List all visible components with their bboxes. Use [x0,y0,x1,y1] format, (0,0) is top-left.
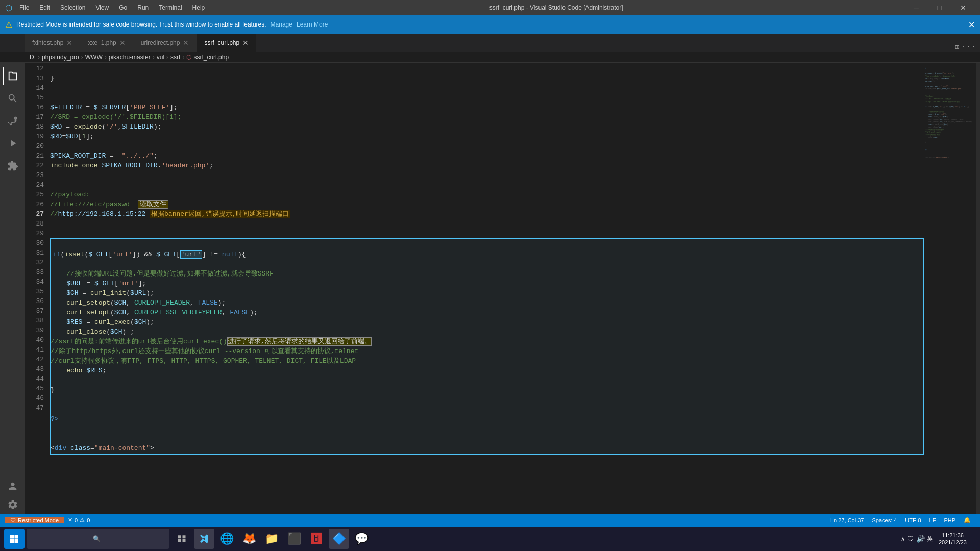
taskbar-blue-app[interactable]: 🔷 [329,529,349,549]
line-ending-status[interactable]: LF [925,517,940,523]
breadcrumb-folder3[interactable]: pikachu-master [109,54,151,61]
titlebar-left: ⬡ File Edit Selection View Go Run Termin… [5,3,208,13]
activity-extensions-icon[interactable] [3,157,21,175]
breadcrumb-file[interactable]: ⬡ ssrf_curl.php [186,54,229,61]
breadcrumb-folder5[interactable]: ssrf [170,54,180,61]
menu-view[interactable]: View [92,4,112,11]
shield-icon: 🛡 [10,517,16,523]
language-status[interactable]: PHP [940,517,960,523]
restricted-mode-label: Restricted Mode [18,517,59,523]
language-label: PHP [944,517,955,523]
menu-run[interactable]: Run [134,4,152,11]
date-display: 2021/12/23 [939,539,967,546]
task-view-btn[interactable] [172,529,192,549]
taskbar-search[interactable]: 🔍 [27,529,169,549]
activity-account-icon[interactable] [3,477,21,495]
line-ending-label: LF [929,517,936,523]
status-right: Ln 27, Col 37 Spaces: 4 UTF-8 LF PHP 🔔 [826,517,975,523]
activity-bottom-group [3,477,21,514]
tab-ssrf-curl[interactable]: ssrf_curl.php ✕ [197,34,256,52]
vscode-logo-icon: ⬡ [5,3,12,13]
more-actions-icon[interactable]: ··· [961,42,976,52]
system-tray-up-icon[interactable]: ∧ [901,536,905,542]
maximize-button[interactable]: □ [928,0,951,15]
activity-settings-icon[interactable] [3,495,21,514]
split-editor-icon[interactable]: ⊞ [955,43,959,52]
activity-bar [0,63,24,514]
menu-help[interactable]: Help [189,4,208,11]
tab-close-icon[interactable]: ✕ [242,39,249,47]
minimap: } $FILEDIR = $_SERVER['PHP_SELF']; //$RD… [924,63,980,514]
tab-label: urlredirect.php [141,39,180,46]
cursor-position-status[interactable]: Ln 27, Col 37 [826,517,868,523]
taskbar-firefox[interactable]: 🦊 [239,529,259,549]
tab-close-icon[interactable]: ✕ [66,39,72,47]
position-label: Ln 27, Col 37 [830,517,864,523]
tab-label: xxe_1.php [88,39,116,46]
code-text[interactable]: } $FILEDIR = $_SERVER['PHP_SELF']; //$RD… [50,63,924,514]
tab-label: ssrf_curl.php [204,39,239,46]
taskbar-chrome[interactable]: 🌐 [216,529,237,549]
status-bar: 🛡 Restricted Mode ✕ 0 ⚠ 0 Ln 27, Col 37 … [0,514,980,527]
indentation-status[interactable]: Spaces: 4 [868,517,901,523]
breadcrumb-folder1[interactable]: phpstudy_pro [42,54,79,61]
taskbar: 🔍 🌐 🦊 📁 ⬛ 🅱 🔷 💬 ∧ 🛡 🔊 英 11:21:36 2021/12… [0,527,980,551]
close-button[interactable]: ✕ [951,0,975,15]
titlebar: ⬡ File Edit Selection View Go Run Termin… [0,0,980,15]
activity-search-icon[interactable] [3,89,21,108]
encoding-status[interactable]: UTF-8 [901,517,925,523]
status-left: 🛡 Restricted Mode ✕ 0 ⚠ 0 [5,517,94,523]
activity-explorer-icon[interactable] [3,67,21,85]
taskbar-vscode[interactable] [194,529,214,549]
taskbar-terminal[interactable]: ⬛ [284,529,304,549]
minimize-button[interactable]: ─ [904,0,928,15]
notifications-status[interactable]: 🔔 [960,517,975,523]
menu-go[interactable]: Go [116,4,130,11]
menu-terminal[interactable]: Terminal [156,4,185,11]
activity-run-icon[interactable] [3,134,21,153]
breadcrumb: D: › phpstudy_pro › WWW › pikachu-master… [0,52,980,63]
learn-more-link[interactable]: Learn More [297,21,328,28]
tab-bar: fxlhtest.php ✕ xxe_1.php ✕ urlredirect.p… [0,34,980,52]
encoding-label: UTF-8 [905,517,921,523]
tab-label: fxlhtest.php [32,39,63,46]
code-editor[interactable]: 12 13 14 15 16 17 18 19 20 21 22 23 24 2… [24,63,980,514]
breadcrumb-folder4[interactable]: vul [157,54,164,61]
breadcrumb-folder2[interactable]: WWW [85,54,103,61]
taskbar-right: ∧ 🛡 🔊 英 11:21:36 2021/12/23 [901,532,976,546]
line-numbers: 12 13 14 15 16 17 18 19 20 21 22 23 24 2… [24,63,50,514]
clock[interactable]: 11:21:36 2021/12/23 [935,532,971,546]
keyboard-icon[interactable]: 英 [927,535,933,543]
warning-count: 0 [87,517,90,523]
activity-source-control-icon[interactable] [3,112,21,130]
bell-icon: 🔔 [964,517,971,523]
taskbar-red-app[interactable]: 🅱 [306,529,327,549]
menu-edit[interactable]: Edit [36,4,53,11]
minimap-scrollbar[interactable] [976,63,980,514]
taskbar-wechat[interactable]: 💬 [351,529,372,549]
error-icon: ✕ [68,517,72,523]
main-area: 12 13 14 15 16 17 18 19 20 21 22 23 24 2… [0,63,980,514]
window-title: ssrf_curl.php - Visual Studio Code [Admi… [208,4,904,11]
time-display: 11:21:36 [939,532,967,539]
menu-file[interactable]: File [16,4,32,11]
volume-icon[interactable]: 🔊 [916,535,925,543]
tab-close-icon[interactable]: ✕ [119,39,126,47]
breadcrumb-drive[interactable]: D: [30,54,36,61]
banner-close-icon[interactable]: ✕ [968,20,975,30]
tab-close-icon[interactable]: ✕ [183,39,189,47]
network-icon[interactable]: 🛡 [907,535,914,543]
menu-selection[interactable]: Selection [57,4,88,11]
warning-icon: ⚠ [80,517,85,523]
code-scroll-area[interactable]: 12 13 14 15 16 17 18 19 20 21 22 23 24 2… [24,63,980,514]
minimap-content: } $FILEDIR = $_SERVER['PHP_SELF']; //$RD… [924,63,980,164]
start-button[interactable] [4,529,24,549]
spaces-label: Spaces: 4 [872,517,897,523]
tab-urlredirect[interactable]: urlredirect.php ✕ [133,34,197,52]
tab-fxlhtest[interactable]: fxlhtest.php ✕ [24,34,80,52]
restricted-mode-status[interactable]: 🛡 Restricted Mode [5,517,64,523]
errors-status[interactable]: ✕ 0 ⚠ 0 [64,517,94,523]
manage-link[interactable]: Manage [271,21,292,28]
tab-xxe1[interactable]: xxe_1.php ✕ [80,34,133,52]
taskbar-explorer[interactable]: 📁 [261,529,282,549]
